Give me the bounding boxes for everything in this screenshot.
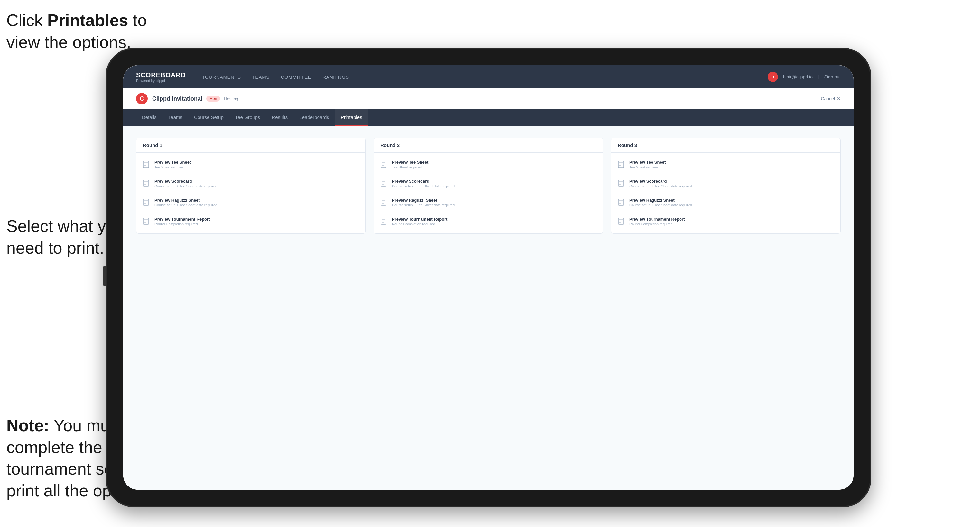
round-3-tournament-report[interactable]: Preview Tournament Report Round Completi… [611, 214, 840, 230]
tab-tee-groups[interactable]: Tee Groups [229, 110, 266, 126]
round-3-report-label: Preview Tournament Report [629, 217, 685, 222]
report-icon [143, 217, 151, 226]
round-2-tournament-report[interactable]: Preview Tournament Report Round Completi… [374, 214, 603, 230]
round-1-raguzzi-label: Preview Raguzzi Sheet [154, 198, 217, 203]
round-2-tee-sheet[interactable]: Preview Tee Sheet Tee Sheet required [374, 157, 603, 173]
nav-rankings[interactable]: RANKINGS [322, 73, 349, 81]
round-1-report-sublabel: Round Completion required [154, 222, 210, 226]
round-2-report-sublabel: Round Completion required [392, 222, 447, 226]
top-nav-links: TOURNAMENTS TEAMS COMMITTEE RANKINGS [202, 73, 767, 81]
round-3-items: Preview Tee Sheet Tee Sheet required [611, 153, 840, 233]
tablet-shell: SCOREBOARD Powered by clippd TOURNAMENTS… [105, 48, 871, 507]
tournament-hosting: Hosting [224, 97, 238, 101]
round-2-tee-sheet-sublabel: Tee Sheet required [392, 165, 428, 169]
round-2-raguzzi-sublabel: Course setup + Tee Sheet data required [392, 203, 455, 207]
svg-rect-48 [618, 218, 624, 224]
round-2-tee-sheet-icon [380, 160, 388, 170]
round-1-raguzzi[interactable]: Preview Raguzzi Sheet Course setup + Tee… [137, 195, 366, 211]
cancel-x-icon: ✕ [837, 96, 841, 101]
tournament-logo: C [136, 93, 148, 105]
round-1-tee-sheet-text: Preview Tee Sheet Tee Sheet required [154, 160, 191, 169]
svg-rect-12 [143, 199, 149, 205]
tab-course-setup[interactable]: Course Setup [188, 110, 229, 126]
cancel-button[interactable]: Cancel ✕ [821, 96, 841, 101]
round-1-tee-sheet[interactable]: Preview Tee Sheet Tee Sheet required [137, 157, 366, 173]
nav-teams[interactable]: TEAMS [252, 73, 270, 81]
round-3-column: Round 3 Preview Tee Sheet [611, 138, 841, 234]
round-2-report-label: Preview Tournament Report [392, 217, 447, 222]
tab-printables[interactable]: Printables [335, 110, 368, 126]
nav-committee[interactable]: COMMITTEE [281, 73, 312, 81]
tee-sheet-icon [143, 160, 151, 170]
tablet-side-button [103, 266, 105, 286]
nav-separator: | [818, 74, 819, 79]
scoreboard-brand: SCOREBOARD Powered by clippd [136, 71, 186, 83]
tournament-name: Clippd Invitational [152, 95, 202, 102]
divider-1 [143, 174, 359, 174]
round-1-raguzzi-sublabel: Course setup + Tee Sheet data required [154, 203, 217, 207]
round-3-raguzzi-sublabel: Course setup + Tee Sheet data required [629, 203, 692, 207]
round-1-report-text: Preview Tournament Report Round Completi… [154, 217, 210, 226]
round-2-scorecard-label: Preview Scorecard [392, 179, 455, 184]
round-1-tournament-report[interactable]: Preview Tournament Report Round Completi… [137, 214, 366, 230]
tournament-logo-letter: C [140, 95, 144, 102]
round-1-report-label: Preview Tournament Report [154, 217, 210, 222]
round-3-scorecard[interactable]: Preview Scorecard Course setup + Tee She… [611, 176, 840, 192]
round-3-report-sublabel: Round Completion required [629, 222, 685, 226]
round-1-header: Round 1 [137, 138, 366, 153]
annotation-bold-printables: Printables [47, 11, 128, 30]
scorecard-icon [143, 179, 151, 189]
svg-rect-32 [381, 218, 386, 224]
svg-rect-28 [381, 199, 386, 205]
tournament-header: C Clippd Invitational Men Hosting Cancel… [123, 89, 854, 110]
tab-leaderboards[interactable]: Leaderboards [293, 110, 335, 126]
round-1-tee-sheet-sublabel: Tee Sheet required [154, 165, 191, 169]
tablet-screen: SCOREBOARD Powered by clippd TOURNAMENTS… [123, 65, 854, 490]
round-2-raguzzi[interactable]: Preview Raguzzi Sheet Course setup + Tee… [374, 195, 603, 211]
svg-rect-24 [381, 180, 386, 186]
round-1-scorecard-label: Preview Scorecard [154, 179, 217, 184]
nav-tournaments[interactable]: TOURNAMENTS [202, 73, 241, 81]
round-3-scorecard-label: Preview Scorecard [629, 179, 692, 184]
raguzzi-icon [143, 198, 151, 207]
round-3-raguzzi[interactable]: Preview Raguzzi Sheet Course setup + Tee… [611, 195, 840, 211]
round-1-scorecard[interactable]: Preview Scorecard Course setup + Tee She… [137, 176, 366, 192]
round-2-header: Round 2 [374, 138, 603, 153]
round-1-tee-sheet-label: Preview Tee Sheet [154, 160, 191, 165]
round-3-scorecard-sublabel: Course setup + Tee Sheet data required [629, 184, 692, 188]
divider-3 [143, 212, 359, 212]
top-nav-right: B blair@clippd.io | Sign out [768, 72, 841, 82]
tab-teams[interactable]: Teams [162, 110, 188, 126]
round-3-tee-sheet-label: Preview Tee Sheet [629, 160, 666, 165]
svg-rect-36 [618, 161, 624, 168]
round-2-items: Preview Tee Sheet Tee Sheet required [374, 153, 603, 233]
svg-rect-40 [618, 180, 624, 186]
annotation-top: Click Printables toview the options. [6, 10, 174, 53]
round-3-tee-sheet-sublabel: Tee Sheet required [629, 165, 666, 169]
round-3-header: Round 3 [611, 138, 840, 153]
round-2-raguzzi-label: Preview Raguzzi Sheet [392, 198, 455, 203]
svg-rect-20 [381, 161, 386, 168]
top-nav: SCOREBOARD Powered by clippd TOURNAMENTS… [123, 65, 854, 89]
sign-out-link[interactable]: Sign out [824, 74, 841, 79]
brand-title: SCOREBOARD [136, 71, 186, 79]
svg-rect-44 [618, 199, 624, 205]
divider-2 [143, 193, 359, 193]
brand-subtitle: Powered by clippd [136, 79, 186, 83]
tab-results[interactable]: Results [266, 110, 293, 126]
round-3-raguzzi-label: Preview Raguzzi Sheet [629, 198, 692, 203]
round-1-scorecard-sublabel: Course setup + Tee Sheet data required [154, 184, 217, 188]
round-1-raguzzi-text: Preview Raguzzi Sheet Course setup + Tee… [154, 198, 217, 207]
round-1-scorecard-text: Preview Scorecard Course setup + Tee She… [154, 179, 217, 188]
tab-details[interactable]: Details [136, 110, 162, 126]
round-3-tee-sheet[interactable]: Preview Tee Sheet Tee Sheet required [611, 157, 840, 173]
round-1-items: Preview Tee Sheet Tee Sheet required [137, 153, 366, 233]
round-2-column: Round 2 Preview Tee Sheet [374, 138, 603, 234]
main-content: Round 1 Preview Tee Sheet [123, 126, 854, 490]
round-2-scorecard[interactable]: Preview Scorecard Course setup + Tee She… [374, 176, 603, 192]
svg-rect-4 [143, 161, 149, 168]
tab-nav: Details Teams Course Setup Tee Groups Re… [123, 110, 854, 126]
rounds-grid: Round 1 Preview Tee Sheet [136, 138, 841, 234]
round-2-tee-sheet-label: Preview Tee Sheet [392, 160, 428, 165]
user-email: blair@clippd.io [783, 74, 813, 79]
